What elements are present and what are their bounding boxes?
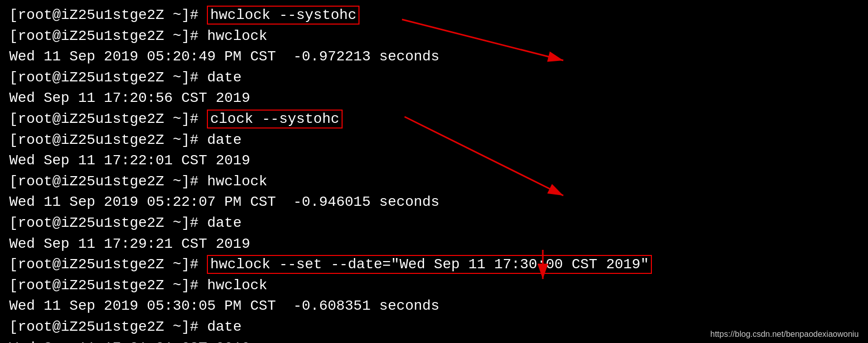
terminal-command: date — [207, 215, 241, 231]
terminal-command: date — [207, 132, 241, 148]
terminal-prompt: [root@iZ25u1stge2Z ~]# — [9, 174, 207, 189]
terminal-command: hwclock — [207, 174, 267, 189]
highlighted-command: hwclock --set --date="Wed Sep 11 17:30:0… — [207, 255, 652, 274]
terminal-command: date — [207, 70, 241, 85]
terminal-line: [root@iZ25u1stge2Z ~]# date — [9, 213, 859, 234]
watermark-text: https://blog.csdn.net/benpaodexiaowoniu — [710, 330, 859, 339]
terminal-prompt: [root@iZ25u1stge2Z ~]# — [9, 319, 207, 335]
terminal-prompt: [root@iZ25u1stge2Z ~]# — [9, 132, 207, 148]
terminal-line: Wed Sep 11 17:20:56 CST 2019 — [9, 88, 859, 109]
terminal-line: [root@iZ25u1stge2Z ~]# hwclock --systohc — [9, 5, 859, 26]
highlighted-command: hwclock --systohc — [207, 6, 359, 25]
terminal-prompt: [root@iZ25u1stge2Z ~]# — [9, 70, 207, 85]
terminal-prompt: [root@iZ25u1stge2Z ~]# — [9, 215, 207, 231]
terminal-line: [root@iZ25u1stge2Z ~]# date — [9, 130, 859, 151]
terminal-command: Wed 11 Sep 2019 05:20:49 PM CST -0.97221… — [9, 49, 439, 65]
terminal-window: [root@iZ25u1stge2Z ~]# hwclock --systohc… — [0, 0, 868, 343]
terminal-line: Wed 11 Sep 2019 05:20:49 PM CST -0.97221… — [9, 47, 859, 68]
terminal-prompt: [root@iZ25u1stge2Z ~]# — [9, 256, 207, 272]
highlighted-command: clock --systohc — [207, 110, 342, 128]
terminal-line: Wed Sep 11 17:29:21 CST 2019 — [9, 234, 859, 255]
terminal-command: Wed 11 Sep 2019 05:30:05 PM CST -0.60835… — [9, 298, 439, 314]
terminal-command: Wed 11 Sep 2019 05:22:07 PM CST -0.94601… — [9, 194, 439, 210]
terminal-line: Wed 11 Sep 2019 05:22:07 PM CST -0.94601… — [9, 192, 859, 213]
terminal-command: Wed Sep 11 17:31:31 CST 2019 — [9, 340, 250, 344]
terminal-line: [root@iZ25u1stge2Z ~]# hwclock — [9, 26, 859, 47]
terminal-prompt: [root@iZ25u1stge2Z ~]# — [9, 7, 207, 23]
terminal-line: [root@iZ25u1stge2Z ~]# date — [9, 68, 859, 89]
terminal-line: Wed Sep 11 17:22:01 CST 2019 — [9, 151, 859, 172]
terminal-line: [root@iZ25u1stge2Z ~]# hwclock — [9, 172, 859, 192]
terminal-command: date — [207, 319, 241, 335]
terminal-command: Wed Sep 11 17:29:21 CST 2019 — [9, 236, 250, 252]
terminal-prompt: [root@iZ25u1stge2Z ~]# — [9, 277, 207, 293]
terminal-line: Wed 11 Sep 2019 05:30:05 PM CST -0.60835… — [9, 296, 859, 317]
terminal-line: [root@iZ25u1stge2Z ~]# hwclock --set --d… — [9, 254, 859, 275]
terminal-line: [root@iZ25u1stge2Z ~]# hwclock — [9, 275, 859, 296]
terminal-prompt: [root@iZ25u1stge2Z ~]# — [9, 111, 207, 127]
terminal-prompt: [root@iZ25u1stge2Z ~]# — [9, 28, 207, 44]
terminal-command: Wed Sep 11 17:20:56 CST 2019 — [9, 90, 250, 106]
terminal-command: Wed Sep 11 17:22:01 CST 2019 — [9, 153, 250, 168]
terminal-command: hwclock — [207, 28, 267, 44]
terminal-line: [root@iZ25u1stge2Z ~]# clock --systohc — [9, 109, 859, 130]
terminal-command: hwclock — [207, 277, 267, 293]
